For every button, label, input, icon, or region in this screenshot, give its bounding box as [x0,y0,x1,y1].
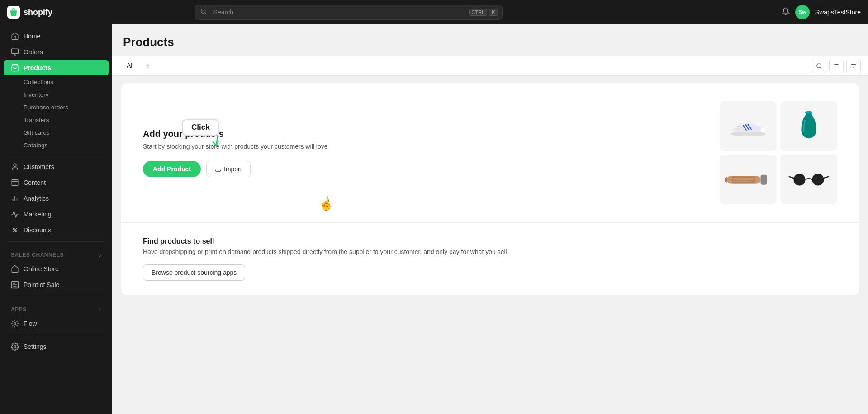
tab-add-button[interactable]: + [141,59,156,73]
sidebar-item-content[interactable]: Content [4,175,109,190]
topbar: shopify CTRL K Sw SwapsTestStore [0,0,868,24]
sidebar-item-customers[interactable]: Customers [4,159,109,174]
products-tab-bar: All + [112,56,868,76]
sidebar-sub-purchase-orders[interactable]: Purchase orders [4,101,109,113]
marketing-icon [11,210,19,218]
vase-svg [797,108,820,144]
ctrl-key: CTRL [469,9,488,16]
product-image-glasses [780,155,837,204]
search-products-button[interactable] [812,59,826,73]
sidebar-item-home[interactable]: Home [4,28,109,44]
sidebar-sub-collections[interactable]: Collections [4,76,109,88]
divider [7,155,105,155]
layout: Home Orders Products Collections Invento… [0,24,868,414]
empty-title: Add your products [143,129,702,139]
content-icon [11,179,19,187]
sidebar-item-analytics[interactable]: Analytics [4,191,109,206]
svg-point-19 [14,323,16,325]
filter-button[interactable] [829,59,844,73]
sales-channels-expand-icon[interactable]: › [99,251,101,259]
sort-button[interactable] [846,59,861,73]
empty-actions: Add Product Import [143,161,702,177]
svg-point-47 [796,176,798,179]
sidebar-item-orders[interactable]: Orders [4,44,109,60]
pos-icon [11,281,19,289]
svg-point-46 [813,174,823,185]
products-icon [11,64,19,72]
svg-point-48 [815,176,817,179]
glasses-svg [788,168,829,191]
customers-icon [11,163,19,171]
add-product-button[interactable]: Add Product [143,161,201,177]
svg-point-21 [817,64,821,68]
search-products-icon [816,63,822,69]
empty-subtitle: Start by stocking your store with produc… [143,143,702,150]
product-image-tube [720,155,777,204]
flow-icon [11,320,19,328]
sidebar-item-online-store[interactable]: Online Store [4,261,109,277]
topbar-right: Sw SwapsTestStore [782,5,861,19]
store-name[interactable]: SwapsTestStore [815,9,861,16]
find-products-section: Find products to sell Have dropshipping … [121,222,859,295]
sidebar-item-flow[interactable]: Flow [4,316,109,331]
notifications-bell-icon[interactable] [782,7,790,18]
divider-2 [7,241,105,242]
svg-point-5 [14,164,16,166]
svg-point-12 [13,228,14,230]
empty-content: Add your products Start by stocking your… [143,129,702,177]
apps-label: Apps › [0,300,112,315]
svg-point-20 [14,346,16,348]
orders-icon [11,48,19,56]
search-icon [200,8,207,16]
import-button[interactable]: Import [206,161,251,177]
svg-point-13 [15,231,17,232]
logo-text: shopify [24,8,52,17]
settings-icon [11,343,19,351]
analytics-icon [11,194,19,202]
sidebar-item-label: Products [24,64,51,71]
sidebar-sub-catalogs[interactable]: Catalogs [4,139,109,151]
svg-point-31 [805,111,813,113]
sidebar-sub-gift-cards[interactable]: Gift cards [4,127,109,139]
main-content: Products All + [112,24,868,414]
divider-3 [7,296,105,296]
svg-point-44 [794,174,805,185]
sidebar-sub-inventory[interactable]: Inventory [4,89,109,101]
browse-apps-button[interactable]: Browse product sourcing apps [143,264,245,281]
search-bar: CTRL K [195,5,503,20]
sidebar-sub-transfers[interactable]: Transfers [4,114,109,126]
tube-svg [723,170,773,188]
home-icon [11,32,19,40]
svg-rect-6 [12,179,18,186]
tab-bar-left: All + [119,56,808,75]
sidebar-item-pos[interactable]: Point of Sale [4,277,109,292]
sidebar-item-marketing[interactable]: Marketing [4,207,109,222]
import-icon [215,166,221,172]
svg-point-0 [201,9,205,13]
product-images-grid [720,101,837,204]
avatar[interactable]: Sw [795,5,810,19]
sales-channels-label: Sales channels › [0,245,112,261]
sneaker-svg [728,113,768,140]
svg-point-26 [730,131,766,136]
discounts-icon [11,226,19,234]
sidebar-item-discounts[interactable]: Discounts [4,222,109,238]
svg-rect-1 [12,49,19,54]
filter-icon [833,63,840,69]
shopify-logo[interactable]: shopify [7,6,52,19]
sort-icon [850,63,857,69]
sidebar: Home Orders Products Collections Invento… [0,24,112,414]
apps-expand-icon[interactable]: › [99,306,101,314]
product-image-vase [780,101,837,151]
sidebar-item-settings[interactable]: Settings [4,339,109,354]
search-input[interactable] [195,5,503,20]
product-image-sneaker [720,101,777,151]
divider-4 [7,335,105,335]
sidebar-item-products[interactable]: Products [4,60,109,75]
k-key: K [489,9,498,16]
page-header: Products [112,24,868,56]
empty-state: Add your products Start by stocking your… [121,83,859,222]
tab-bar-actions [812,59,861,73]
tab-all[interactable]: All [119,56,141,75]
page-title: Products [123,35,857,49]
